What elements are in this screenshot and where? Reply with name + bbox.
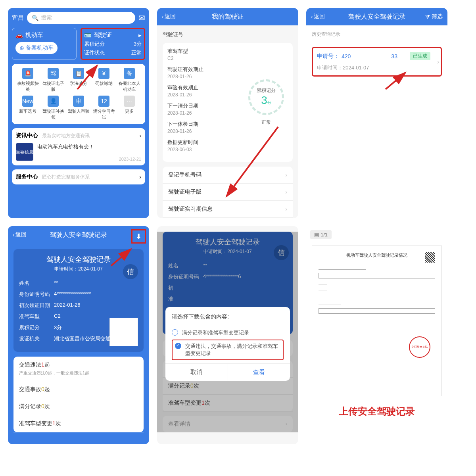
qr-code-icon: [425, 252, 435, 263]
download-button[interactable]: ⬇: [131, 229, 146, 244]
service-icon: 📋: [73, 68, 84, 79]
service-icon: 审: [73, 96, 84, 107]
list-item[interactable]: 驾驶证电子版: [163, 184, 293, 201]
info-row: 驾驶证有效期止2028-01-26: [167, 66, 244, 79]
filter-button[interactable]: ⧩筛选: [425, 13, 443, 20]
history-record[interactable]: 申请号： 420 33 已生成 申请时间：2024-01-07: [312, 47, 442, 77]
mail-icon[interactable]: ✉: [138, 13, 145, 23]
service-icon: 驾: [48, 68, 59, 79]
news-item[interactable]: 重要信息 电动汽车充电价格有变！ 2023-12-21: [16, 143, 141, 161]
record-card: 驾驶人安全驾驶记录 申请时间：2024-01-07 信 姓名**身份证明号码4*…: [13, 249, 144, 352]
upload-caption: 上传安全驾驶记录: [306, 405, 447, 418]
page-icon: ▤: [314, 232, 319, 238]
license-card[interactable]: 🪪驾驶证▸ 累积记分3分 证件状态正常: [81, 28, 145, 60]
service-item[interactable]: 👤驾驶证补换领: [41, 96, 65, 120]
score-gauge: 累积记分 3分: [248, 79, 284, 115]
list-item[interactable]: 安全驾驶记录: [163, 218, 293, 218]
view-button[interactable]: 查看: [228, 364, 290, 381]
status-tag: 已生成: [410, 52, 430, 60]
list-item[interactable]: 登记手机号码: [163, 167, 293, 184]
info-row: 初次领证日期2022-01-26: [19, 302, 138, 309]
info-row: 审验有效期止2028-01-26: [167, 84, 244, 98]
service-icon: New: [22, 96, 33, 107]
chevron-right-icon: [139, 132, 141, 139]
chevron-right-icon: [285, 206, 287, 212]
service-item[interactable]: 驾驾驶证电子版: [41, 68, 65, 92]
service-item[interactable]: ⋯更多: [117, 96, 141, 120]
info-row: 下一体检日期2028-01-26: [167, 121, 244, 134]
chevron-right-icon: [139, 174, 141, 180]
filter-icon: ⧩: [425, 13, 430, 20]
record-item: 准驾车型变更1次: [13, 415, 144, 432]
chevron-right-icon: [437, 58, 439, 65]
add-vehicle-button[interactable]: ⊕备案机动车: [15, 42, 58, 54]
back-button[interactable]: ‹返回: [311, 13, 325, 20]
id-icon: 🪪: [84, 32, 92, 39]
service-item[interactable]: 12满分学习考试: [92, 96, 116, 120]
page-title: 驾驶人安全驾驶记录: [348, 13, 405, 21]
radio-checked-icon: [175, 343, 181, 349]
service-icon: 12: [98, 96, 109, 107]
service-item[interactable]: 📋学法减分: [67, 68, 90, 92]
dialog-option-2[interactable]: 交通违法，交通事故，满分记录和准驾车型变更记录: [172, 340, 283, 360]
vehicle-card[interactable]: 🚗机动车 ⊕备案机动车: [12, 28, 77, 60]
service-icon: 🚨: [22, 68, 33, 79]
info-row: 身份证明号码4*****************: [19, 291, 138, 298]
record-item: 交通事故0起: [13, 381, 144, 398]
trust-badge-icon: 信: [123, 264, 138, 279]
document-preview[interactable]: 机动车驾驶人安全驾驶记录情况 ――――――――――――――――― ――― ―――…: [312, 246, 442, 396]
service-item[interactable]: 🚨事故视频快处: [16, 68, 40, 92]
info-row: 数据更新时间2023-06-03: [167, 139, 244, 152]
list-item[interactable]: 驾驶证实习期信息: [163, 201, 293, 218]
page-indicator: ▤1/1: [310, 230, 332, 239]
info-row: 准驾车型C2: [167, 48, 244, 61]
history-label: 历史查询记录: [312, 31, 442, 41]
page-title: 我的驾驶证: [212, 13, 244, 21]
service-item[interactable]: 备备案非本人机动车: [117, 68, 141, 92]
chevron-right-icon: [285, 189, 287, 195]
record-item: 满分记录0次: [13, 398, 144, 415]
chevron-right-icon: [285, 172, 287, 178]
official-stamp-icon: 交通警察支队: [409, 336, 430, 358]
chevron-left-icon: ‹: [311, 13, 313, 20]
qr-code: [109, 318, 138, 346]
service-icon: ¥: [98, 68, 109, 79]
service-item[interactable]: 审驾驶人审验: [67, 96, 90, 120]
search-input[interactable]: 🔍 搜索: [27, 12, 135, 24]
chevron-left-icon: ‹: [162, 13, 164, 20]
service-center-header[interactable]: 服务中心 匠心打造完整服务体系: [16, 173, 141, 180]
city-label[interactable]: 宜昌: [12, 14, 24, 22]
search-icon: 🔍: [32, 15, 38, 21]
service-icon: ⋯: [124, 96, 135, 107]
download-dialog: 请选择下载包含的内容: 满分记录和准驾车型变更记录 交通违法，交通事故，满分记录…: [165, 307, 290, 381]
download-icon: ⬇: [136, 232, 142, 240]
service-icon: 👤: [48, 96, 59, 107]
service-icon: 备: [124, 68, 135, 79]
news-badge: 重要信息: [16, 143, 33, 161]
license-no-label: 驾驶证号: [163, 31, 293, 38]
info-center-header[interactable]: 资讯中心 最新实时地方交通资讯: [16, 132, 141, 139]
back-button[interactable]: ‹返回: [13, 231, 27, 238]
service-item[interactable]: ¥罚款缴纳: [92, 68, 116, 92]
cancel-button[interactable]: 取消: [165, 364, 228, 381]
services-grid: 🚨事故视频快处驾驾驶证电子版📋学法减分¥罚款缴纳备备案非本人机动车New新车选号…: [12, 64, 145, 124]
page-title: 驾驶人安全驾驶记录: [50, 231, 107, 239]
info-row: 下一清分日期2028-01-26: [167, 102, 244, 116]
chevron-left-icon: ‹: [13, 232, 15, 238]
service-item[interactable]: New新车选号: [16, 96, 40, 120]
back-button[interactable]: ‹返回: [162, 13, 176, 20]
dialog-option-1[interactable]: 满分记录和准驾车型变更记录: [172, 326, 283, 340]
car-icon: 🚗: [15, 32, 23, 39]
plus-icon: ⊕: [19, 45, 24, 51]
info-row: 姓名**: [19, 280, 138, 287]
radio-icon: [172, 329, 178, 336]
dialog-title: 请选择下载包含的内容:: [172, 313, 283, 321]
record-item: 交通违法1起严重交通违法0起，一般交通违法1起: [13, 357, 144, 381]
